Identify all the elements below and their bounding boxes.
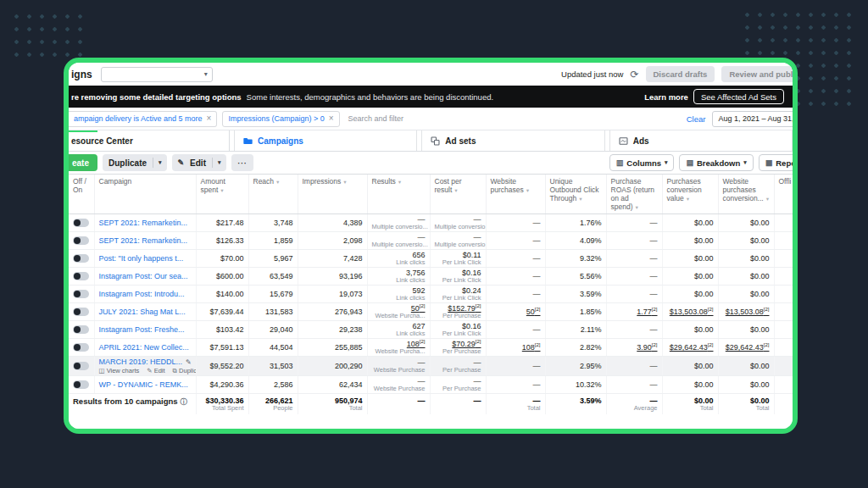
campaign-toggle[interactable] — [73, 308, 89, 316]
metric-value: 1,859 — [253, 236, 293, 245]
campaign-toggle[interactable] — [73, 272, 89, 280]
more-options-button[interactable]: ⋯ — [231, 154, 253, 171]
clear-filters-link[interactable]: Clear — [687, 114, 706, 124]
discard-drafts-button[interactable]: Discard drafts — [646, 66, 715, 82]
campaign-row[interactable]: Instagram Post: Our sea...$600.0063,5499… — [69, 268, 793, 286]
metric-link[interactable]: $29,642.43[2] — [723, 343, 770, 352]
column-header-0[interactable]: Off / On — [69, 175, 94, 214]
campaign-name-link[interactable]: Post: "It only happens t... — [99, 254, 184, 263]
campaign-toggle[interactable] — [73, 254, 89, 263]
metric-value: $4,290.36 — [201, 380, 244, 389]
campaign-toggle[interactable] — [73, 219, 89, 227]
chevron-down-icon[interactable]: ▾ — [153, 159, 167, 166]
column-header-5[interactable]: Results▼ — [367, 175, 430, 214]
dot-grid-left — [10, 10, 85, 58]
campaign-row[interactable]: MARCH 2019: HEDDL...✎◫ View charts✎ Edit… — [69, 357, 793, 376]
campaign-name-link[interactable]: MARCH 2019: HEDDL... — [99, 358, 183, 366]
remove-filter-icon[interactable]: × — [207, 114, 212, 123]
campaign-name-link[interactable]: SEPT 2021: Remarketin... — [99, 236, 187, 245]
info-icon[interactable]: ⓘ — [181, 398, 187, 406]
campaign-toggle[interactable] — [73, 362, 89, 370]
metric-link[interactable]: $13,503.08[2] — [667, 308, 714, 316]
search-filter-input[interactable]: Search and filter — [348, 114, 404, 123]
filter-chip-label: Impressions (Campaign) > 0 — [228, 114, 324, 123]
metric-link[interactable]: 108[2] — [491, 343, 541, 352]
column-header-8[interactable]: Unique Outbound Click Through▼ — [545, 175, 606, 214]
cell-results: 627Link clicks — [367, 321, 430, 339]
tab-ad-sets[interactable]: Ad sets — [421, 130, 604, 151]
create-button[interactable]: eate — [64, 154, 97, 171]
campaign-row[interactable]: Instagram Post: Freshe...$103.4229,04029… — [69, 321, 793, 339]
filter-chip-delivery[interactable]: ampaign delivery is Active and 5 more × — [69, 111, 217, 127]
campaign-name-link[interactable]: WP - DYNAMIC - REMK... — [99, 380, 188, 389]
cell-spent: $7,591.13 — [196, 339, 248, 357]
campaign-row[interactable]: APRIL 2021: New Collec...$7,591.1344,504… — [69, 339, 793, 357]
duplicate-button[interactable]: Duplicate ▾ — [103, 154, 167, 171]
column-header-9[interactable]: Purchase ROAS (return on ad spend)▼ — [606, 175, 662, 214]
campaign-toggle[interactable] — [73, 236, 89, 245]
row-action-view-charts[interactable]: ◫ View charts — [99, 367, 140, 374]
column-header-11[interactable]: Website purchases conversion...▼ — [718, 175, 774, 214]
campaign-row[interactable]: SEPT 2021: Remarketin...$217.483,7484,38… — [69, 214, 793, 232]
refresh-icon[interactable]: ⟳ — [630, 69, 638, 80]
campaign-toggle[interactable] — [73, 325, 89, 334]
column-header-10[interactable]: Purchases conversion value▼ — [662, 175, 718, 214]
row-action-edit[interactable]: ✎ Edit — [147, 367, 164, 374]
tab-ads[interactable]: Ads — [609, 130, 793, 151]
column-header-3[interactable]: Reach▼ — [248, 175, 298, 214]
campaign-toggle[interactable] — [73, 380, 89, 389]
column-header-2[interactable]: Amount spent▼ — [196, 175, 248, 214]
metric-link[interactable]: 50[2] — [491, 308, 541, 316]
campaign-name-link[interactable]: Instagram Post: Introdu... — [99, 290, 185, 298]
campaign-row[interactable]: Instagram Post: Introdu...$140.0015,6791… — [69, 286, 793, 303]
cell-unique-outbound-ctr: 5.56% — [545, 268, 606, 286]
sort-icon: ▼ — [765, 197, 770, 202]
metric-link[interactable]: $13,503.08[2] — [723, 308, 770, 316]
campaign-row[interactable]: JULY 2021: Shag Mat L...$7,639.44131,583… — [69, 303, 793, 321]
campaign-row[interactable]: WP - DYNAMIC - REMK...$4,290.362,58662,4… — [69, 376, 793, 394]
campaign-name-link[interactable]: APRIL 2021: New Collec... — [99, 343, 189, 352]
campaign-toggle[interactable] — [73, 343, 89, 352]
reports-button[interactable]: ▦ Repo — [759, 154, 798, 171]
chevron-down-icon[interactable]: ▾ — [213, 159, 226, 166]
cell-purchases-conversion-value: $0.00 — [662, 286, 718, 303]
filter-chip-impressions[interactable]: Impressions (Campaign) > 0 × — [222, 111, 339, 127]
edit-button[interactable]: ✎ Edit ▾ — [172, 154, 226, 171]
breakdown-button[interactable]: ▤ Breakdown ▾ — [679, 154, 753, 171]
cell-toggle — [69, 303, 94, 321]
column-header-12[interactable]: Offli purch▼ — [774, 175, 793, 214]
learn-more-link[interactable]: Learn more — [644, 92, 688, 102]
cell-toggle — [69, 357, 94, 376]
column-header-7[interactable]: Website purchases▼ — [486, 175, 545, 214]
date-range-picker[interactable]: Aug 1, 2021 – Aug 31, 2 — [712, 111, 798, 127]
column-header-4[interactable]: Impressions▼ — [298, 175, 367, 214]
metric-value: 62,434 — [303, 380, 363, 389]
campaign-name-link[interactable]: JULY 2021: Shag Mat L... — [99, 308, 186, 316]
metric-value: 3.59% — [550, 290, 602, 298]
campaign-name-link[interactable]: SEPT 2021: Remarketin... — [99, 219, 187, 227]
metric-link[interactable]: 3.90[2] — [611, 343, 658, 352]
row-action-duplicate[interactable]: ⧉ Duplicate — [173, 367, 196, 374]
campaign-name-link[interactable]: Instagram Post: Freshe... — [99, 325, 185, 334]
metric-link[interactable]: 1.77[2] — [611, 308, 658, 316]
remove-filter-icon[interactable]: × — [329, 114, 334, 123]
review-publish-button[interactable]: Review and publi — [721, 66, 798, 82]
see-affected-ad-sets-button[interactable]: See Affected Ad Sets — [693, 89, 784, 104]
metric-sublabel: Per Purchase — [435, 348, 481, 355]
column-header-1[interactable]: Campaign — [94, 175, 196, 214]
campaign-row[interactable]: Post: "It only happens t...$70.005,9677,… — [69, 250, 793, 268]
column-header-6[interactable]: Cost per result▼ — [430, 175, 486, 214]
campaign-group-dropdown[interactable]: ▾ — [101, 67, 213, 82]
tab-campaigns[interactable]: Campaigns — [234, 130, 417, 151]
cell-spent: $4,290.36 — [196, 376, 248, 394]
campaign-toggle[interactable] — [73, 290, 89, 298]
metric-link[interactable]: $29,642.43[2] — [667, 343, 714, 352]
resource-center-panel[interactable]: esource Center — [69, 130, 230, 151]
edit-name-icon[interactable]: ✎ — [186, 358, 192, 366]
cell-campaign: JULY 2021: Shag Mat L... — [94, 303, 196, 321]
campaign-row[interactable]: SEPT 2021: Remarketin...$126.331,8592,09… — [69, 232, 793, 250]
columns-button[interactable]: ▥ Columns ▾ — [609, 154, 675, 171]
campaign-name-link[interactable]: Instagram Post: Our sea... — [99, 272, 188, 280]
metric-value: 2,098 — [303, 236, 363, 245]
reports-icon: ▦ — [765, 159, 773, 167]
